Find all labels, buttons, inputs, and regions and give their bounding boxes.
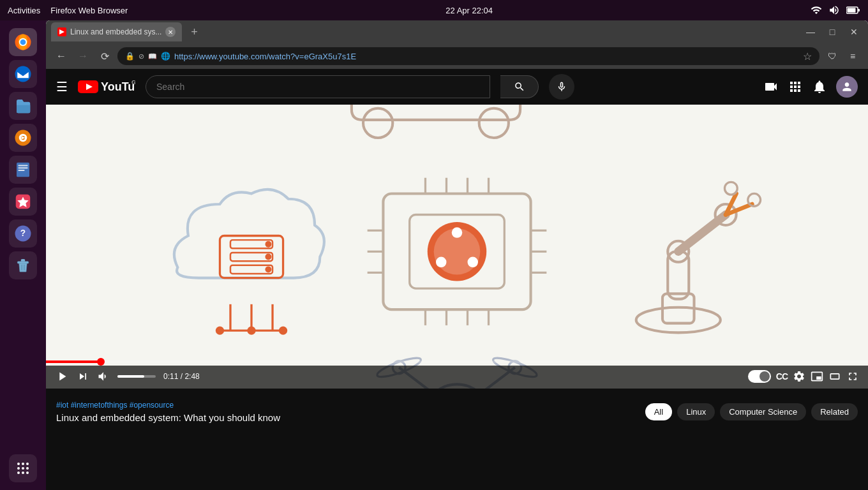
svg-point-84 bbox=[748, 194, 761, 207]
video-player[interactable]: 0:11 / 2:48 CC bbox=[46, 105, 868, 389]
svg-line-79 bbox=[678, 215, 726, 252]
window-controls: — □ ✕ bbox=[802, 26, 863, 38]
play-button[interactable] bbox=[55, 369, 69, 383]
dock-apps[interactable] bbox=[9, 454, 37, 482]
refresh-button[interactable]: ⟳ bbox=[96, 47, 114, 65]
yt-menu-button[interactable]: ☰ bbox=[56, 79, 68, 94]
volume-icon bbox=[828, 4, 840, 16]
video-controls-bar: 0:11 / 2:48 CC bbox=[46, 366, 868, 389]
svg-point-30 bbox=[22, 471, 24, 474]
search-input[interactable] bbox=[156, 82, 479, 92]
svg-marker-32 bbox=[59, 29, 64, 34]
svg-point-45 bbox=[265, 254, 271, 260]
filter-all[interactable]: All bbox=[645, 403, 672, 420]
search-button[interactable] bbox=[500, 75, 539, 98]
app-dock: ? bbox=[0, 20, 46, 490]
notifications-icon[interactable] bbox=[812, 79, 827, 94]
dock-rhythmbox[interactable] bbox=[9, 124, 37, 152]
network-icon bbox=[811, 4, 822, 16]
url-scheme-icon: 🌐 bbox=[161, 52, 170, 61]
fullscreen-button[interactable] bbox=[846, 370, 859, 383]
dock-thunderbird[interactable] bbox=[9, 60, 37, 88]
yt-apps-icon[interactable] bbox=[788, 79, 803, 94]
filter-computer-science[interactable]: Computer Science bbox=[720, 403, 806, 420]
tab-title: Linux and embedded sys... bbox=[70, 27, 161, 36]
svg-point-31 bbox=[26, 471, 29, 474]
create-icon[interactable] bbox=[763, 79, 779, 94]
next-button[interactable] bbox=[77, 370, 89, 383]
svg-point-52 bbox=[247, 327, 255, 335]
svg-rect-1 bbox=[847, 8, 855, 13]
svg-point-51 bbox=[216, 327, 224, 335]
youtube-logo[interactable]: YouTube GB bbox=[78, 79, 135, 94]
dock-trash[interactable] bbox=[9, 251, 37, 279]
svg-rect-13 bbox=[19, 165, 28, 167]
svg-text:YouTube: YouTube bbox=[101, 80, 135, 93]
bookmark-button[interactable]: ☆ bbox=[803, 50, 812, 63]
browser-name-label: Firefox Web Browser bbox=[50, 6, 128, 15]
browser-titlebar: Linux and embedded sys... ✕ + — □ ✕ bbox=[46, 20, 868, 43]
svg-point-29 bbox=[17, 471, 20, 474]
voice-search-button[interactable] bbox=[549, 74, 574, 100]
settings-button[interactable] bbox=[793, 370, 805, 383]
svg-rect-19 bbox=[17, 262, 29, 264]
svg-point-60 bbox=[436, 257, 447, 268]
tab-close-btn[interactable]: ✕ bbox=[165, 27, 176, 37]
shield-button[interactable]: 🛡 bbox=[823, 47, 841, 65]
filter-related[interactable]: Related bbox=[811, 403, 858, 420]
back-button[interactable]: ← bbox=[52, 47, 70, 65]
minimize-button[interactable]: — bbox=[802, 26, 819, 38]
svg-text:GB: GB bbox=[131, 79, 135, 85]
yt-header-right bbox=[763, 76, 858, 98]
filter-linux[interactable]: Linux bbox=[677, 403, 715, 420]
browser-addressbar: ← → ⟳ 🔒 ⊘ 📖 🌐 https://www.youtube.com/wa… bbox=[46, 43, 868, 69]
url-bar[interactable]: 🔒 ⊘ 📖 🌐 https://www.youtube.com/watch?v=… bbox=[117, 47, 819, 65]
autoplay-toggle[interactable] bbox=[748, 370, 771, 383]
user-avatar[interactable] bbox=[836, 76, 858, 98]
svg-point-83 bbox=[724, 182, 737, 195]
activities-label[interactable]: Activities bbox=[8, 6, 40, 15]
search-bar[interactable] bbox=[146, 75, 490, 98]
video-frame bbox=[46, 105, 868, 389]
svg-rect-2 bbox=[858, 9, 860, 11]
video-title: Linux and embedded system: What you shou… bbox=[56, 412, 635, 423]
svg-point-24 bbox=[22, 463, 24, 465]
svg-point-38 bbox=[363, 108, 393, 138]
video-time: 0:11 / 2:48 bbox=[163, 372, 200, 381]
theater-button[interactable] bbox=[828, 370, 841, 383]
dock-appstore[interactable] bbox=[9, 188, 37, 216]
volume-slider[interactable] bbox=[117, 375, 156, 378]
forward-button[interactable]: → bbox=[74, 47, 92, 65]
video-seekbar[interactable] bbox=[46, 360, 868, 363]
svg-point-53 bbox=[279, 327, 287, 335]
extensions-button[interactable]: ≡ bbox=[844, 47, 862, 65]
video-tags[interactable]: #iot #internetofthings #opensource bbox=[56, 401, 635, 410]
cc-button[interactable]: CC bbox=[776, 371, 788, 382]
dock-help[interactable]: ? bbox=[9, 219, 37, 248]
tracking-icon: ⊘ bbox=[138, 52, 144, 61]
dock-writer[interactable] bbox=[9, 156, 37, 184]
address-bar-actions: 🛡 ≡ bbox=[823, 47, 862, 65]
svg-point-59 bbox=[468, 257, 479, 268]
svg-point-46 bbox=[265, 267, 271, 273]
youtube-header: ☰ YouTube GB bbox=[46, 69, 868, 105]
browser-tab[interactable]: Linux and embedded sys... ✕ bbox=[51, 22, 182, 41]
desktop-topbar: Activities Firefox Web Browser 22 Apr 22… bbox=[0, 0, 868, 20]
svg-rect-40 bbox=[220, 236, 283, 278]
dock-firefox[interactable] bbox=[9, 28, 37, 56]
url-text: https://www.youtube.com/watch?v=eGraX5u7… bbox=[174, 52, 799, 61]
new-tab-button[interactable]: + bbox=[186, 24, 202, 40]
filter-pills: All Linux Computer Science Related bbox=[645, 403, 858, 420]
svg-text:?: ? bbox=[20, 228, 26, 238]
datetime-label: 22 Apr 22:04 bbox=[445, 6, 493, 15]
svg-point-44 bbox=[265, 241, 271, 248]
security-icon: 🔒 bbox=[125, 52, 135, 61]
svg-point-28 bbox=[26, 467, 29, 470]
dock-files[interactable] bbox=[9, 92, 37, 120]
miniplayer-button[interactable] bbox=[811, 370, 823, 383]
battery-icon bbox=[846, 6, 860, 15]
volume-button[interactable] bbox=[97, 370, 110, 383]
browser-window: Linux and embedded sys... ✕ + — □ ✕ ← → … bbox=[46, 20, 868, 490]
close-button[interactable]: ✕ bbox=[845, 26, 863, 38]
maximize-button[interactable]: □ bbox=[823, 26, 841, 38]
